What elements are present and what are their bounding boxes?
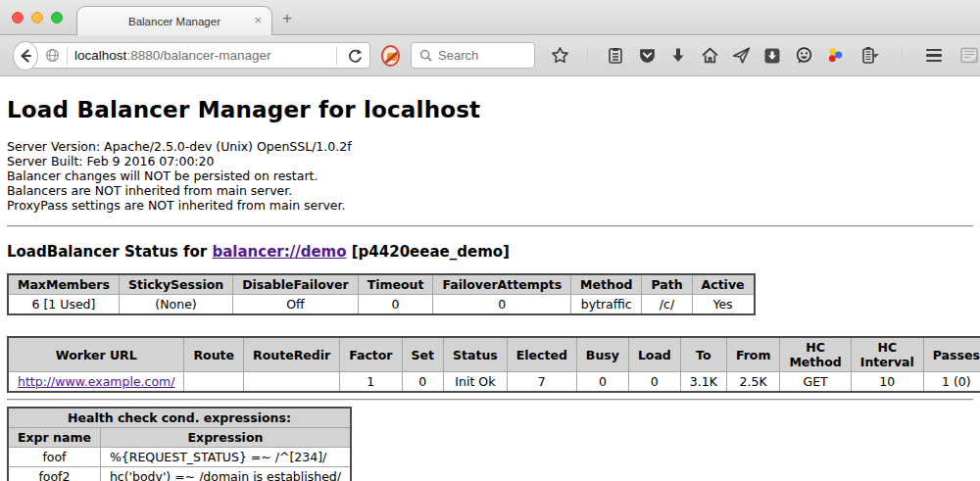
table-header-row: MaxMembers StickySession DisableFailover…	[8, 274, 755, 295]
col-factor: Factor	[340, 337, 402, 372]
smiley-extension-button[interactable]	[793, 45, 814, 67]
col-route: Route	[184, 337, 244, 372]
bookmarks-sidebar-button[interactable]	[605, 45, 626, 67]
col-stickysession: StickySession	[119, 274, 232, 295]
col-timeout: Timeout	[358, 274, 433, 295]
table-row: foof2 hc('body') =~ /domain is establish…	[8, 467, 351, 481]
divider-rule	[7, 399, 973, 401]
bookmark-star-button[interactable]	[549, 45, 570, 67]
col-hc-interval: HC Interval	[851, 337, 923, 372]
cell-load: 0	[628, 372, 680, 393]
col-expression: Expression	[100, 428, 351, 448]
col-from: From	[726, 337, 780, 372]
health-check-table: Health check cond. expressions: Expr nam…	[7, 407, 352, 481]
navigation-toolbar: localhost:8880/balancer-manager	[0, 35, 980, 76]
page-content: Load Balancer Manager for localhost Serv…	[0, 76, 980, 481]
balancer-demo-link[interactable]: balancer://demo	[212, 243, 346, 261]
server-built-line: Server Built: Feb 9 2016 07:00:20	[7, 154, 973, 168]
extension-download-button[interactable]	[761, 45, 783, 67]
home-button[interactable]	[699, 45, 720, 67]
col-maxmembers: MaxMembers	[8, 274, 119, 295]
bookmark-star-icon	[551, 46, 569, 65]
col-set: Set	[402, 337, 443, 372]
new-tab-button[interactable]: +	[282, 9, 292, 28]
tab-balancer-manager[interactable]: Balancer Manager ×	[76, 6, 272, 35]
cell-path: /c/	[642, 295, 692, 315]
status-suffix: [p4420eeae_demo]	[347, 243, 510, 261]
col-hc-method: HC Method	[780, 337, 851, 372]
pocket-icon	[638, 46, 657, 65]
reader-grid-icon	[959, 46, 979, 65]
table-row: foof %{REQUEST_STATUS} =~ /^[234]/	[8, 448, 351, 467]
reload-button[interactable]	[344, 45, 366, 67]
cell-worker-url: http://www.example.com/	[8, 372, 184, 393]
cell-stickysession: (None)	[119, 295, 232, 315]
divider	[587, 47, 588, 65]
reader-grid-button[interactable]	[958, 45, 980, 67]
col-failoverattempts: FailoverAttempts	[433, 274, 571, 295]
server-version-line: Server Version: Apache/2.5.0-dev (Unix) …	[7, 139, 973, 154]
search-input[interactable]	[438, 48, 526, 63]
tab-close-icon[interactable]: ×	[254, 13, 262, 27]
send-tab-button[interactable]	[730, 45, 752, 67]
col-passes: Passes	[923, 337, 980, 372]
table-header-row: Worker URL Route RouteRedir Factor Set S…	[8, 337, 980, 372]
table-row: http://www.example.com/ 1 0 Init Ok 7 0 …	[8, 372, 980, 393]
worker-url-link[interactable]: http://www.example.com/	[18, 374, 174, 389]
pocket-button[interactable]	[636, 45, 658, 67]
col-expr-name: Expr name	[8, 428, 100, 448]
loadbalancer-status-heading: LoadBalancer Status for balancer://demo …	[7, 243, 973, 261]
cell-timeout: 0	[358, 295, 433, 315]
cell-passes: 1 (0)	[923, 372, 980, 393]
cell-from: 2.5K	[726, 372, 780, 393]
col-load: Load	[628, 337, 680, 372]
cell-expr-name: foof	[8, 448, 100, 467]
window-controls	[12, 12, 63, 24]
notice-balancers-line: Balancers are NOT inherited from main se…	[7, 183, 973, 198]
minimize-window-button[interactable]	[31, 12, 43, 24]
bookmarks-list-icon	[607, 47, 624, 65]
close-window-button[interactable]	[12, 12, 24, 24]
color-dots-icon	[826, 46, 845, 65]
cell-active: Yes	[692, 295, 754, 315]
site-globe-icon[interactable]	[45, 48, 60, 63]
table-row: 6 [1 Used] (None) Off 0 0 bytraffic /c/ …	[8, 295, 755, 315]
col-method: Method	[571, 274, 642, 295]
address-bar[interactable]: localhost:8880/balancer-manager	[28, 42, 369, 69]
back-button[interactable]	[13, 41, 38, 71]
worker-table: Worker URL Route RouteRedir Factor Set S…	[7, 336, 980, 393]
cell-set: 0	[402, 372, 443, 393]
smiley-bubble-icon	[795, 46, 813, 65]
plugin-block-icon[interactable]	[381, 45, 400, 67]
zoom-window-button[interactable]	[51, 12, 63, 24]
back-icon	[19, 49, 32, 63]
cell-busy: 0	[576, 372, 628, 393]
table-title-row: Health check cond. expressions:	[8, 408, 351, 428]
col-busy: Busy	[576, 337, 628, 372]
notice-persist-line: Balancer changes will NOT be persisted o…	[7, 168, 973, 183]
menu-icon-bar	[926, 54, 942, 57]
menu-button[interactable]	[923, 45, 945, 67]
col-path: Path	[642, 274, 692, 295]
cell-hc-method: GET	[780, 372, 851, 393]
downloads-button[interactable]	[667, 45, 689, 67]
col-disablefailover: DisableFailover	[233, 274, 358, 295]
status-prefix: LoadBalancer Status for	[7, 243, 212, 261]
divider-rule	[7, 225, 973, 227]
search-field[interactable]	[411, 42, 535, 69]
chevron-down-icon[interactable]	[871, 54, 879, 58]
divider	[336, 47, 337, 65]
cell-expression: hc('body') =~ /domain is established/	[100, 467, 351, 481]
cell-hc-interval: 10	[851, 372, 923, 393]
reload-icon	[347, 48, 363, 64]
cell-status: Init Ok	[444, 372, 508, 393]
col-to: To	[680, 337, 726, 372]
battery-extension-button[interactable]	[856, 45, 885, 67]
col-elected: Elected	[507, 337, 576, 372]
search-icon	[419, 49, 432, 62]
url-text[interactable]: localhost:8880/balancer-manager	[74, 48, 328, 63]
color-dots-extension-button[interactable]	[824, 45, 846, 67]
cell-expression: %{REQUEST_STATUS} =~ /^[234]/	[100, 448, 351, 467]
cell-elected: 7	[507, 372, 576, 393]
cell-route	[184, 372, 244, 393]
